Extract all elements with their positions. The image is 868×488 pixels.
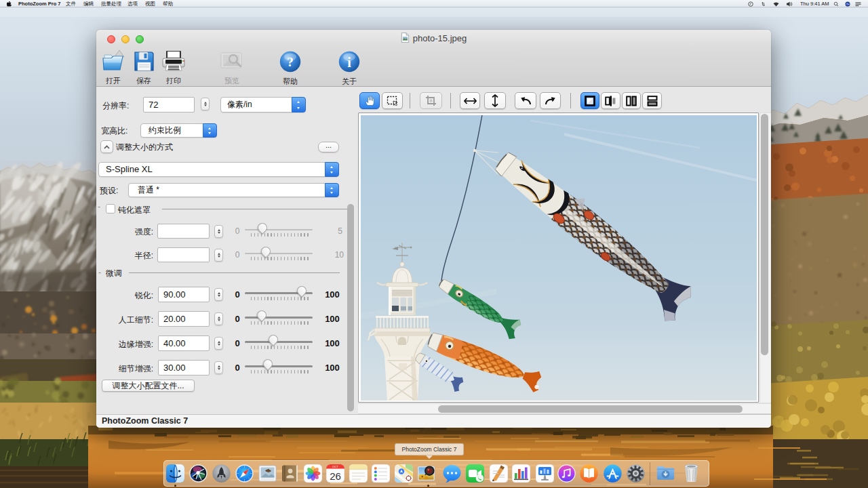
svg-text:OCT: OCT	[332, 465, 338, 468]
svg-text:?: ?	[287, 55, 294, 69]
svg-text:26: 26	[330, 470, 341, 482]
svg-text:i: i	[347, 55, 351, 70]
